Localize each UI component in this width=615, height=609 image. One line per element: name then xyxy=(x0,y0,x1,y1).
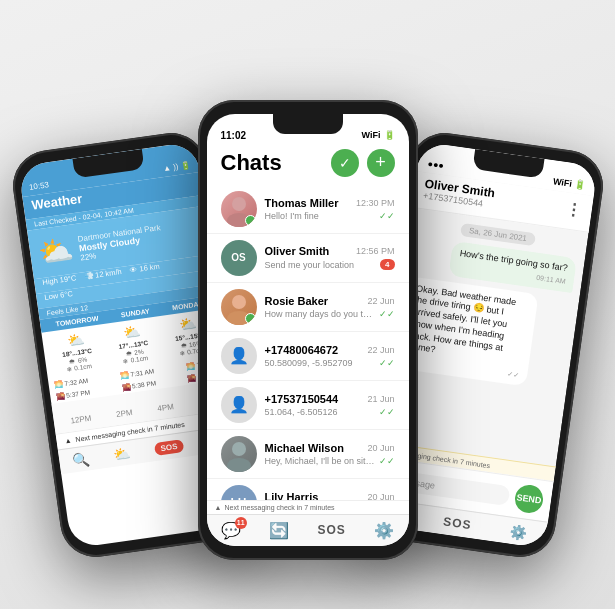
settings-tab[interactable]: ⚙️ xyxy=(374,521,394,540)
refresh-tab[interactable]: 🔄 xyxy=(269,521,289,540)
chat-info-lily: Lily Harris 20 Jun Talk to you later. Ha… xyxy=(265,491,395,500)
phone-center: 11:02 WiFi 🔋 Chats ✓ + xyxy=(198,100,418,560)
avatar-oliver: OS xyxy=(221,240,257,276)
check-icon: ✓ xyxy=(339,155,351,171)
battery-icon: 🔋 xyxy=(384,130,395,140)
phones-container: 10:53 ▲ )) 🔋 Weather Last Checked - 02-0… xyxy=(18,20,598,590)
add-chat-button[interactable]: + xyxy=(367,149,395,177)
chat-name-row-lily: Lily Harris 20 Jun xyxy=(265,491,395,500)
message-time-1: ✓✓ xyxy=(405,354,520,379)
cloud-icon: ⛅ xyxy=(36,232,75,270)
svg-point-4 xyxy=(232,442,246,456)
chat-time-thomas: 12:30 PM xyxy=(356,198,395,208)
chats-screen: 11:02 WiFi 🔋 Chats ✓ + xyxy=(207,114,409,546)
chat-item-oliver[interactable]: OS Oliver Smith 12:56 PM Send me your lo… xyxy=(207,234,409,283)
chat-name-lily: Lily Harris xyxy=(265,491,319,500)
chats-notification: ▲ Next messaging check in 7 minutes xyxy=(207,500,409,514)
chat-info-michael: Michael Wilson 20 Jun Hey, Michael, I'll… xyxy=(265,442,395,466)
chat-info-oliver: Oliver Smith 12:56 PM Send me your locat… xyxy=(265,245,395,270)
send-icon: SEND xyxy=(515,492,541,505)
message-text-1: Okay. Bad weather made the drive tiring … xyxy=(407,283,516,355)
weather-description: Dartmoor National Park Mostly Cloudy 22% xyxy=(77,217,202,262)
plus-icon: + xyxy=(375,152,386,173)
chat-name-phone2: +17537150544 xyxy=(265,393,339,405)
chat-preview-phone2: 51.064, -6.505126 xyxy=(265,407,338,417)
forecast-item-1: ⛅ 17°...13°C 🌧 2% ❄ 0.1cm xyxy=(115,322,150,366)
weather-time: 10:53 xyxy=(28,180,49,192)
chat-name-row-michael: Michael Wilson 20 Jun xyxy=(265,442,395,454)
double-tick-thomas: ✓✓ xyxy=(379,211,395,221)
chat-item-phone2[interactable]: 👤 +17537150544 21 Jun 51.064, -6.505126 … xyxy=(207,381,409,430)
notification-icon-chats: ▲ xyxy=(215,504,222,511)
chats-time: 11:02 xyxy=(221,130,247,141)
chat-time-oliver: 12:56 PM xyxy=(356,246,395,256)
hourly-12pm: 12PM xyxy=(69,413,91,425)
chat-name-row-phone1: +17480064672 22 Jun xyxy=(265,344,395,356)
chat-item-thomas[interactable]: Thomas Miller 12:30 PM Hello! I'm fine ✓… xyxy=(207,185,409,234)
date-divider: Sa, 26 Jun 2021 xyxy=(460,222,535,245)
chat-name-oliver: Oliver Smith xyxy=(265,245,330,257)
avatar-rosie xyxy=(221,289,257,325)
chats-badge: 11 xyxy=(235,517,247,529)
chat-name-michael: Michael Wilson xyxy=(265,442,344,454)
double-tick-rosie: ✓✓ xyxy=(379,309,395,319)
chat-time-rosie: 22 Jun xyxy=(367,296,394,306)
status-icons: WiFi 🔋 xyxy=(362,130,395,140)
chat-name-row-thomas: Thomas Miller 12:30 PM xyxy=(265,197,395,209)
settings-icon-right[interactable]: ⚙️ xyxy=(508,522,527,540)
chat-item-phone1[interactable]: 👤 +17480064672 22 Jun 50.580099, -5.9527… xyxy=(207,332,409,381)
chat-time-lily: 20 Jun xyxy=(367,492,394,500)
hourly-4pm: 4PM xyxy=(156,402,174,413)
svg-point-0 xyxy=(232,197,246,211)
notification-arrow-icon: ▲ xyxy=(64,436,72,444)
chat-preview-thomas: Hello! I'm fine xyxy=(265,211,319,221)
sos-button[interactable]: SOS xyxy=(153,438,183,455)
chat-list: Thomas Miller 12:30 PM Hello! I'm fine ✓… xyxy=(207,185,409,500)
chat-preview-oliver: Send me your location xyxy=(265,260,355,270)
chat-name-rosie: Rosie Baker xyxy=(265,295,329,307)
chats-header: Chats ✓ + xyxy=(207,145,409,185)
chats-notification-text: Next messaging check in 7 minutes xyxy=(224,504,334,511)
detail-wifi-battery: WiFi 🔋 xyxy=(552,176,585,190)
avatar-lily: LH xyxy=(221,485,257,500)
chat-name-row-phone2: +17537150544 21 Jun xyxy=(265,393,395,405)
double-tick-phone2: ✓✓ xyxy=(379,407,395,417)
chat-preview-rosie: How many days do you think will take us … xyxy=(265,309,377,319)
double-tick-phone1: ✓✓ xyxy=(379,358,395,368)
chats-app: 11:02 WiFi 🔋 Chats ✓ + xyxy=(207,114,409,546)
hourly-2pm: 2PM xyxy=(115,407,133,418)
chat-name-row-rosie: Rosie Baker 22 Jun xyxy=(265,295,395,307)
chat-preview-michael: Hey, Michael, I'll be on site as soon as… xyxy=(265,456,377,466)
chat-time-phone1: 22 Jun xyxy=(367,345,394,355)
chat-time-michael: 20 Jun xyxy=(367,443,394,453)
message-bubble-1: Okay. Bad weather made the drive tiring … xyxy=(396,276,538,386)
chats-title: Chats xyxy=(221,150,282,176)
avatar-phone2: 👤 xyxy=(221,387,257,423)
svg-point-2 xyxy=(232,295,246,309)
svg-point-1 xyxy=(227,213,251,227)
more-options-button[interactable]: ⋮ xyxy=(564,198,582,219)
chat-name-thomas: Thomas Miller xyxy=(265,197,339,209)
search-tab-icon[interactable]: 🔍 xyxy=(70,450,89,468)
chat-item-lily[interactable]: LH Lily Harris 20 Jun Talk to you later.… xyxy=(207,479,409,500)
chats-bottom-bar: 💬 11 🔄 SOS ⚙️ xyxy=(207,514,409,546)
center-notch xyxy=(273,114,343,134)
chats-header-icons: ✓ + xyxy=(331,149,395,177)
wifi-icon: WiFi xyxy=(362,130,381,140)
chat-item-michael[interactable]: Michael Wilson 20 Jun Hey, Michael, I'll… xyxy=(207,430,409,479)
sos-label[interactable]: SOS xyxy=(318,523,346,537)
sos-right[interactable]: SOS xyxy=(442,514,472,532)
day-sunday: SUNDAY xyxy=(120,307,150,318)
detail-signal: ●●● xyxy=(427,158,445,170)
chat-name-row-oliver: Oliver Smith 12:56 PM xyxy=(265,245,395,257)
chats-tab[interactable]: 💬 11 xyxy=(221,521,241,540)
detail-contact: Oliver Smith +17537150544 xyxy=(422,176,495,210)
avatar-thomas xyxy=(221,191,257,227)
check-button[interactable]: ✓ xyxy=(331,149,359,177)
chat-name-phone1: +17480064672 xyxy=(265,344,339,356)
forecast-item-0: ⛅ 18°...13°C 🌧 6% ❄ 0.1cm xyxy=(59,330,94,374)
chat-time-phone2: 21 Jun xyxy=(367,394,394,404)
weather-tab-icon[interactable]: ⛅ xyxy=(112,444,131,462)
send-button[interactable]: SEND xyxy=(513,483,545,515)
chat-item-rosie[interactable]: Rosie Baker 22 Jun How many days do you … xyxy=(207,283,409,332)
